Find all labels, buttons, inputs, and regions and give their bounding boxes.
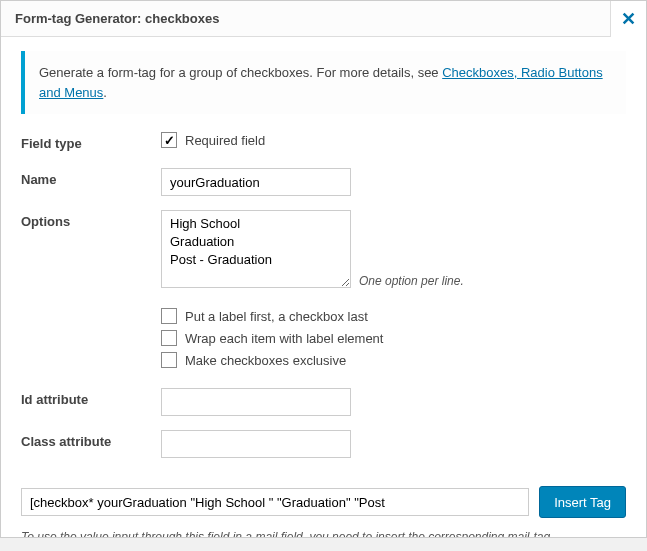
class-attr-input[interactable] [161,430,351,458]
exclusive-text: Make checkboxes exclusive [185,353,346,368]
insert-tag-button[interactable]: Insert Tag [539,486,626,518]
row-field-type: Field type Required field [21,132,626,154]
id-attr-input[interactable] [161,388,351,416]
row-id-attr: Id attribute [21,388,626,416]
label-options: Options [21,210,161,229]
options-hint: One option per line. [359,274,464,288]
label-first-checkbox[interactable] [161,308,177,324]
row-options: Options High School Graduation Post - Gr… [21,210,626,374]
close-icon: ✕ [621,9,636,29]
label-field-type: Field type [21,132,161,151]
form-tag-dialog: Form-tag Generator: checkboxes ✕ Generat… [0,0,647,538]
name-input[interactable] [161,168,351,196]
note-prefix: To use the value input through this fiel… [21,530,550,537]
row-class-attr: Class attribute [21,430,626,458]
footer-row: Insert Tag [21,486,626,518]
notice-suffix: . [103,85,107,100]
close-button[interactable]: ✕ [610,1,646,37]
label-class-attr: Class attribute [21,430,161,449]
tag-output[interactable] [21,488,529,516]
dialog-body: Generate a form-tag for a group of check… [1,37,646,537]
wrap-label-text: Wrap each item with label element [185,331,383,346]
options-textarea[interactable]: High School Graduation Post - Graduation [161,210,351,288]
row-name: Name [21,168,626,196]
required-label: Required field [185,133,265,148]
label-first-text: Put a label first, a checkbox last [185,309,368,324]
dialog-header: Form-tag Generator: checkboxes ✕ [1,1,646,37]
dialog-title: Form-tag Generator: checkboxes [1,11,610,26]
wrap-label-checkbox[interactable] [161,330,177,346]
required-checkbox[interactable] [161,132,177,148]
label-id-attr: Id attribute [21,388,161,407]
label-name: Name [21,168,161,187]
info-notice: Generate a form-tag for a group of check… [21,51,626,114]
notice-text: Generate a form-tag for a group of check… [39,65,442,80]
exclusive-checkbox[interactable] [161,352,177,368]
footer-note: To use the value input through this fiel… [21,528,626,537]
